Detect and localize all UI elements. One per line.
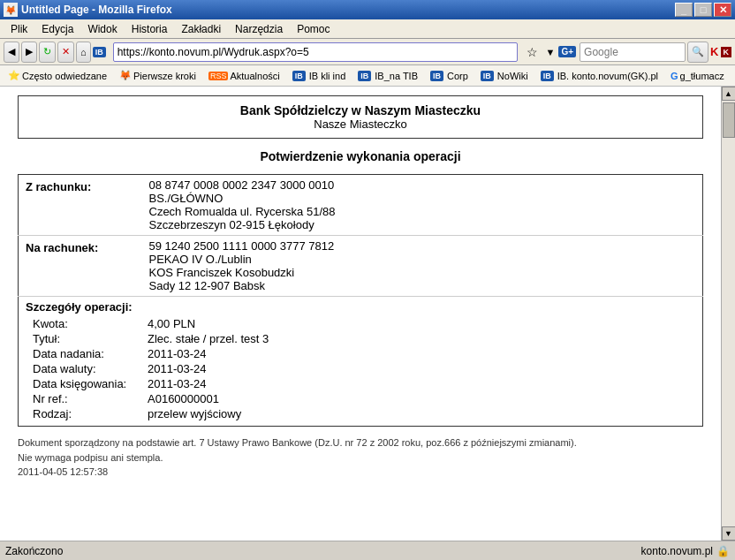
document-title: Potwierdzenie wykonania operacji [18, 149, 703, 163]
close-button[interactable]: ✕ [714, 3, 731, 17]
bookmark-aktualnosci[interactable]: RSS Aktualności [204, 69, 284, 83]
detail-value: Zlec. stałe / przel. test 3 [148, 332, 269, 345]
bank-city: Nasze Miasteczko [26, 117, 695, 131]
bookmark-gtlumacz[interactable]: G g_tłumacz [666, 69, 729, 83]
ib-icon: IB [430, 71, 443, 81]
home-button[interactable]: ⌂ [76, 42, 91, 63]
detail-row: Kwota:4,00 PLN [33, 317, 695, 330]
detail-label: Nr ref.: [33, 392, 148, 405]
firefox-icon: 🦊 [119, 70, 132, 81]
search-button[interactable]: 🔍 [687, 42, 708, 63]
bookmark-label: g_tłumacz [680, 71, 724, 81]
status-text: Zakończono [5, 545, 63, 557]
search-input[interactable] [580, 42, 686, 62]
bookmark-nowiki[interactable]: IB NoWiki [476, 69, 533, 83]
window-controls: _ □ ✕ [675, 3, 731, 17]
scrollbar-thumb[interactable] [723, 102, 735, 138]
details-row: Szczegóły operacji: Kwota:4,00 PLNTytuł:… [19, 297, 703, 427]
detail-label: Kwota: [33, 317, 148, 330]
menu-pomoc[interactable]: Pomoc [290, 21, 337, 37]
menu-zakladki[interactable]: Zakładki [174, 21, 228, 37]
menu-narzedzia[interactable]: Narzędzia [228, 21, 290, 37]
window-titlebar: 🦊 Untitled Page - Mozilla Firefox _ □ ✕ [0, 0, 735, 19]
bank-name: Bank Spółdzielczy w Naszym Miasteczku [26, 103, 695, 117]
detail-row: Nr ref.:A0160000001 [33, 392, 695, 405]
ib-icon: IB [541, 71, 554, 81]
menubar: Plik Edycja Widok Historia Zakładki Narz… [0, 19, 735, 39]
detail-value: A0160000001 [148, 392, 219, 405]
dropdown-arrow[interactable]: ▼ [546, 47, 556, 57]
detail-label: Rodzaj: [33, 407, 148, 420]
ib-icon: IB [292, 71, 306, 81]
bookmark-pierwsze[interactable]: 🦊 Pierwsze kroki [115, 68, 201, 83]
bookmark-label: IB. konto.novum(GK).pl [557, 71, 658, 81]
detail-value: przelew wyjściowy [148, 407, 241, 420]
footer-line1: Dokument sporządzony na podstawie art. 7… [18, 435, 703, 450]
search-ib-icon: G+ [558, 46, 576, 57]
url-bar[interactable] [113, 42, 518, 62]
bookmark-label: Corp [447, 71, 468, 81]
ib-icon: IB [358, 71, 371, 81]
detail-row: Data waluty:2011-03-24 [33, 362, 695, 375]
to-account-label: Na rachunek: [26, 241, 98, 254]
g-icon: G [671, 71, 678, 81]
details-label: Szczegóły operacji: [26, 300, 695, 314]
forward-button[interactable]: ▶ [21, 42, 37, 63]
from-account-number: 08 8747 0008 0002 2347 3000 0010 [149, 178, 696, 192]
detail-label: Tytuł: [33, 332, 148, 345]
kaspersky-icon: K [710, 45, 718, 58]
refresh-button[interactable]: ↻ [39, 42, 56, 63]
menu-plik[interactable]: Plik [4, 21, 34, 37]
star-icon: ⭐ [8, 70, 20, 81]
bookmark-ib-tib[interactable]: IB IB_na TIB [353, 69, 422, 83]
to-account-number: 59 1240 2500 1111 0000 3777 7812 [149, 239, 696, 253]
bookmarks-bar: ⭐ Często odwiedzane 🦊 Pierwsze kroki RSS… [0, 65, 735, 87]
scrollbar-track[interactable] [722, 101, 735, 526]
detail-value: 4,00 PLN [148, 317, 195, 330]
ib-toolbar-icon: IB [93, 47, 106, 57]
bank-header: Bank Spółdzielczy w Naszym Miasteczku Na… [18, 95, 703, 139]
scroll-up-button[interactable]: ▲ [722, 87, 736, 101]
bookmark-label: NoWiki [497, 71, 528, 81]
bookmark-label: Pierwsze kroki [133, 71, 196, 81]
bookmark-label: IB_na TIB [375, 71, 418, 81]
status-domain: konto.novum.pl [641, 545, 713, 557]
back-button[interactable]: ◀ [4, 42, 19, 63]
to-account-value: 59 1240 2500 1111 0000 3777 7812 PEKAO I… [142, 236, 703, 297]
bookmark-ib-konto[interactable]: IB IB. konto.novum(GK).pl [536, 69, 663, 83]
to-account-line4: Sady 12 12-907 Babsk [149, 279, 696, 292]
menu-historia[interactable]: Historia [125, 21, 175, 37]
window-title: Untitled Page - Mozilla Firefox [21, 4, 675, 16]
scroll-down-button[interactable]: ▼ [722, 526, 736, 541]
minimize-button[interactable]: _ [675, 3, 693, 17]
bookmark-label: Często odwiedzane [22, 71, 107, 81]
detail-value: 2011-03-24 [148, 362, 207, 375]
footer-line3: 2011-04-05 12:57:38 [18, 465, 703, 480]
stop-button[interactable]: ✕ [57, 42, 74, 63]
menu-edycja[interactable]: Edycja [34, 21, 80, 37]
from-account-label: Z rachunku: [26, 180, 91, 193]
toolbar: ◀ ▶ ↻ ✕ ⌂ IB ☆ ▼ G+ 🔍 K K [0, 39, 735, 65]
bookmark-czesto[interactable]: ⭐ Często odwiedzane [4, 68, 111, 83]
detail-label: Data waluty: [33, 362, 148, 375]
from-account-line2: BS./GŁÓWNO [149, 192, 696, 205]
bookmark-corp[interactable]: IB Corp [426, 69, 473, 83]
to-account-row: Na rachunek: 59 1240 2500 1111 0000 3777… [19, 236, 703, 297]
maximize-button[interactable]: □ [694, 3, 712, 17]
bookmark-ib-kli[interactable]: IB IB kli ind [288, 69, 351, 83]
document-table: Z rachunku: 08 8747 0008 0002 2347 3000 … [18, 174, 703, 427]
detail-row: Data nadania:2011-03-24 [33, 347, 695, 360]
detail-row: Tytuł:Zlec. stałe / przel. test 3 [33, 332, 695, 345]
page-content: Bank Spółdzielczy w Naszym Miasteczku Na… [0, 87, 721, 541]
window-icon: 🦊 [4, 3, 18, 17]
detail-label: Data nadania: [33, 347, 148, 360]
bookmark-star[interactable]: ☆ [523, 42, 542, 62]
lock-icon: 🔒 [716, 545, 730, 557]
detail-value: 2011-03-24 [148, 347, 207, 360]
detail-label: Data księgowania: [33, 377, 148, 390]
detail-row: Rodzaj:przelew wyjściowy [33, 407, 695, 420]
to-account-line3: KOS Franciszek Kosobudzki [149, 266, 696, 279]
menu-widok[interactable]: Widok [80, 21, 124, 37]
bookmark-label: IB kli ind [309, 71, 346, 81]
scrollbar[interactable]: ▲ ▼ [721, 87, 735, 541]
